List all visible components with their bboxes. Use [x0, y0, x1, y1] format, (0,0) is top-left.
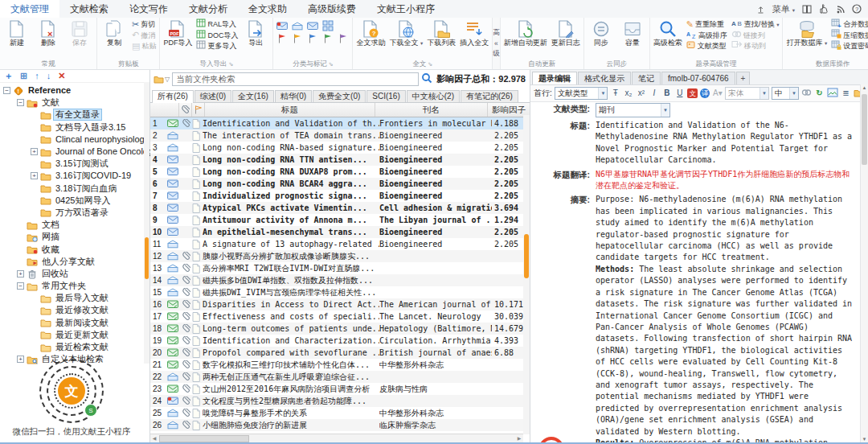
auto-update-add-button[interactable]: 新增自动更新 [502, 18, 549, 48]
row-title[interactable]: 文山州2012至2016年麻风病防治项目调查分析 [203, 384, 370, 395]
superscript-icon[interactable]: x² [636, 87, 646, 100]
read-status-green-envelope-icon[interactable] [166, 336, 179, 345]
row-title[interactable]: 嗅觉障碍与鼻整形手术的关系 [203, 408, 307, 419]
ral-import-button[interactable]: RAL导入 [194, 19, 240, 31]
collapse-icon[interactable]: − [3, 87, 10, 94]
table-row[interactable]: 17Effectiveness and costs of speciali...… [150, 310, 530, 323]
delete-button[interactable]: ×删除 [33, 18, 63, 48]
find-replace-button[interactable]: AB查找/替换▾ [730, 19, 781, 31]
read-status-open-envelope-icon[interactable] [166, 131, 179, 140]
tree-item-label[interactable]: 文献 [40, 97, 61, 108]
ribbon-tab[interactable]: 全文求助 [238, 0, 297, 18]
link-to-button[interactable]: 链接列 [730, 31, 781, 42]
add-icon[interactable]: ＋ [4, 72, 13, 80]
row-title[interactable]: 两种无创正压通气在新生儿呼吸窘迫综合征... [203, 372, 370, 383]
read-status-open-envelope-icon[interactable] [166, 409, 179, 417]
pdf-import-button[interactable]: PDFPDF导入 [162, 18, 194, 48]
row-title[interactable]: Disparities in Access to Direct Act... [203, 300, 379, 309]
scroll-up-icon[interactable]: ▲ [861, 85, 868, 90]
table-row[interactable]: 23文山州2012至2016年麻风病防治项目调查分析皮肤病与性病 [150, 383, 530, 395]
doc-type-button[interactable]: 文献类型 [685, 41, 729, 52]
table-row[interactable]: 19Identification and Characterization...… [150, 335, 530, 347]
read-status-closed-envelope-icon[interactable] [166, 167, 179, 176]
read-status-green-envelope-icon[interactable] [166, 312, 179, 321]
filter-tab[interactable]: 综述(0) [194, 90, 231, 102]
flag-yellow-button[interactable] [291, 33, 304, 44]
add-tab-button[interactable]: + [736, 72, 751, 84]
row-title[interactable]: 磁共振多b值DWI单指数、双指数及拉伸指数... [203, 275, 373, 286]
doc-import-button[interactable]: DOC导入 [194, 31, 240, 42]
tree-item[interactable]: −文献 [0, 97, 149, 109]
detail-tab[interactable]: fmolb-07-604766 [661, 72, 735, 84]
read-status-open-envelope-icon[interactable] [166, 372, 179, 381]
table-row[interactable]: 15磁共振DWI_IVIM与宫颈癌病理学特征相关性... [150, 286, 530, 298]
tree-item-label[interactable]: Reference [27, 85, 72, 96]
tree-item-label[interactable]: 文档 [40, 220, 61, 230]
capacity-button[interactable]: 容量 [617, 18, 648, 48]
table-row[interactable]: 21数字化模拟和三维打印技术辅助个性化自体...中华整形外科杂志 [150, 359, 530, 371]
save-button[interactable]: 保存 [64, 18, 95, 48]
advanced-sort-button[interactable]: AZ高级排序 [685, 31, 729, 42]
cut-button[interactable]: ✂剪切 [130, 19, 158, 31]
tree-item-label[interactable]: 有全文题录 [54, 109, 101, 120]
table-row[interactable]: 16Disparities in Access to Direct Act...… [150, 298, 530, 310]
mark-grid-button[interactable] [321, 20, 334, 31]
tree-item-label[interactable]: 最近更新文献 [54, 330, 110, 340]
row-title[interactable]: 磁共振DWI_IVIM与宫颈癌病理学特征相关性... [203, 287, 376, 298]
new-button[interactable]: 新建 [2, 18, 32, 48]
header-blank[interactable] [150, 103, 179, 117]
tree-item[interactable]: Clincal neurophysiology [0, 134, 149, 146]
read-status-green-envelope-icon[interactable] [166, 324, 179, 333]
expand-icon[interactable]: + [31, 172, 38, 179]
ribbon-tab[interactable]: 文献分析 [178, 0, 238, 18]
refresh-icon[interactable]: ↻ [814, 87, 825, 100]
read-status-closed-envelope-icon[interactable] [166, 179, 179, 188]
open-database-button[interactable]: 打开数据库 ▾ [784, 18, 829, 48]
scroll-left-icon[interactable]: ◀ [150, 434, 158, 442]
table-row[interactable]: 3Long non-coding RNA-based signature...B… [150, 142, 530, 154]
row-title[interactable]: Individualized prognostic signa... [203, 191, 367, 200]
fulltext-request-button[interactable]: ?全文求助 [354, 18, 387, 48]
scrollbar-thumb[interactable] [159, 435, 249, 442]
tree-item[interactable]: 最新阅读文献 [0, 317, 149, 329]
read-status-open-envelope-icon[interactable] [166, 276, 179, 285]
tree-item[interactable]: 3.18订阅白血病 [0, 183, 149, 195]
set-password-button[interactable]: 设置密码 [829, 41, 868, 52]
filter-tab[interactable]: 免费全文(0) [313, 90, 366, 102]
flag-blue-button[interactable] [306, 33, 319, 44]
row-title[interactable]: Long non-coding RNA TTN antisen... [203, 155, 367, 164]
read-status-open-envelope-icon[interactable] [166, 264, 179, 273]
font-color-icon[interactable]: A▾ [712, 87, 723, 100]
row-title[interactable]: 胰腺小视野高分辨扩散加权成像诊断胰腺实... [203, 251, 370, 262]
search-icon[interactable] [421, 72, 432, 87]
tree-item[interactable]: 收藏 [0, 243, 149, 255]
tree-item[interactable]: 万方双语著录 [0, 207, 149, 219]
read-status-closed-envelope-icon[interactable] [166, 155, 179, 164]
row-title[interactable]: Identification and Characterization... [203, 336, 379, 345]
row-title[interactable]: Identification and Validation of th... [203, 119, 379, 128]
tree-item-label[interactable]: 3.16订阅COVID-19 [54, 171, 133, 181]
move-to-button[interactable]: 移动到 [730, 41, 781, 52]
tree-item[interactable]: −!Reference [0, 84, 149, 97]
row-title[interactable]: Long non-coding RNA-based signature... [203, 143, 379, 152]
italic-icon[interactable]: I [649, 87, 659, 100]
ribbon-tab[interactable]: 高级版续费 [297, 0, 366, 18]
tree-item-label[interactable]: 最新阅读文献 [54, 318, 110, 328]
bold-icon[interactable]: B [661, 87, 672, 100]
download-list-button[interactable]: 下载列表 [425, 18, 457, 48]
ribbon-tab[interactable]: 文献检索 [59, 0, 119, 18]
upload-icon[interactable] [756, 5, 765, 14]
tree-item[interactable]: 文档导入题录3.15 [0, 121, 149, 134]
table-row[interactable]: 8Atypical PKCs activate Vimentin...Cell … [150, 202, 530, 214]
tree-item[interactable]: +Journal of Bone Oncology [0, 146, 149, 158]
tree-item-label[interactable]: 网摘 [40, 232, 61, 242]
table-row[interactable]: 13高分辨率MRI T2WI联合IVIM-DWI对直肠腺... [150, 262, 530, 274]
flag-column-icon[interactable] [192, 103, 205, 117]
read-status-green-envelope-icon[interactable] [166, 348, 179, 357]
dialog-launcher-icon[interactable]: ⇘ [428, 61, 432, 68]
tree-item-label[interactable]: 最近修改文献 [54, 305, 110, 315]
flag-green-button[interactable] [321, 33, 334, 44]
tree-item[interactable]: 网摘 [0, 231, 149, 243]
row-title[interactable]: Propofol compared with sevoflurane ... [203, 348, 379, 357]
read-status-red-envelope-icon[interactable] [166, 397, 179, 405]
